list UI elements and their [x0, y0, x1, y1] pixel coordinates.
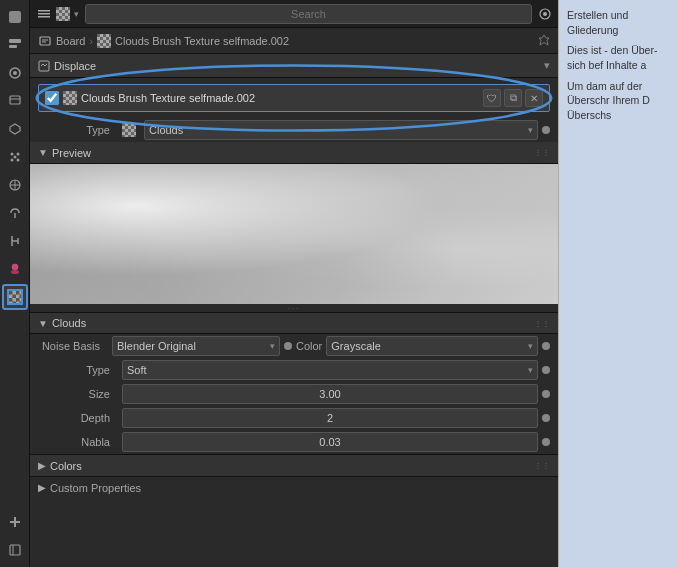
svg-rect-5: [10, 96, 20, 104]
type-keyframe-dot: [542, 126, 550, 134]
type-checker-icon: [122, 123, 136, 137]
texture-checker-icon: [7, 289, 23, 305]
breadcrumb-part2[interactable]: Clouds Brush Texture selfmade.002: [115, 35, 289, 47]
color-dot: [542, 342, 550, 350]
texture-close-btn[interactable]: ✕: [525, 89, 543, 107]
colors-header[interactable]: ▶ Colors ⋮⋮: [30, 454, 558, 476]
type-prop-row: Type Clouds ▾: [30, 118, 558, 142]
clouds-section-header[interactable]: ▼ Clouds ⋮⋮: [30, 312, 558, 334]
right-panel-p3: Um dam auf der Überschr Ihrem D Überschs: [567, 79, 670, 123]
menu-icon[interactable]: [36, 6, 52, 22]
svg-point-27: [543, 12, 547, 16]
displace-header[interactable]: Displace ▾: [30, 54, 558, 78]
preview-collapse-arrow: ▼: [38, 147, 48, 158]
texture-row-checker: [63, 91, 77, 105]
type-dropdown[interactable]: Clouds ▾: [144, 120, 538, 140]
svg-point-4: [13, 71, 17, 75]
settings-icon[interactable]: [538, 7, 552, 21]
displace-dropdown[interactable]: ▾: [544, 59, 550, 72]
right-panel: Erstellen und Gliederung Dies ist - den …: [558, 0, 678, 567]
texture-copy-btn[interactable]: ⧉: [504, 89, 522, 107]
custom-props-label: Custom Properties: [50, 482, 141, 494]
noise-basis-label: Noise Basis: [38, 340, 108, 352]
clouds-label: Clouds: [52, 317, 86, 329]
pin-icon[interactable]: [538, 34, 550, 48]
soft-type-value: Soft: [127, 364, 147, 376]
displace-icon: [38, 60, 50, 72]
svg-point-10: [10, 159, 13, 162]
sidebar-icon-tools[interactable]: [2, 32, 28, 58]
type-dropdown-arrow: ▾: [528, 125, 533, 135]
noise-basis-col: Noise Basis Blender Original ▾: [38, 336, 292, 356]
svg-rect-2: [9, 45, 17, 48]
search-input[interactable]: [85, 4, 532, 24]
colors-dots: ⋮⋮: [534, 461, 550, 470]
svg-rect-25: [38, 16, 50, 18]
svg-rect-23: [38, 10, 50, 12]
type-value: Clouds: [149, 124, 183, 136]
depth-value: 2: [327, 412, 333, 424]
sidebar-icon-scene[interactable]: [2, 60, 28, 86]
sidebar-icon-world[interactable]: [2, 88, 28, 114]
type-label: Type: [38, 124, 118, 136]
noise-basis-arrow: ▾: [270, 341, 275, 351]
sidebar-icon-object[interactable]: [2, 116, 28, 142]
dropdown-arrow-header[interactable]: ▾: [74, 9, 79, 19]
svg-rect-28: [40, 37, 50, 45]
custom-properties-row[interactable]: ▶ Custom Properties: [30, 476, 558, 498]
sidebar-icon-bottom2[interactable]: [2, 537, 28, 563]
color-dropdown[interactable]: Grayscale ▾: [326, 336, 538, 356]
texture-row[interactable]: Clouds Brush Texture selfmade.002 🛡 ⧉ ✕: [38, 84, 550, 112]
svg-point-11: [16, 159, 19, 162]
breadcrumb-checker: [97, 34, 111, 48]
svg-rect-1: [9, 39, 21, 43]
nabla-value-field[interactable]: 0.03: [122, 432, 538, 452]
preview-area: [30, 164, 558, 304]
noise-basis-dot: [284, 342, 292, 350]
left-sidebar: [0, 0, 30, 567]
color-col: Color Grayscale ▾: [296, 336, 550, 356]
texture-checkbox[interactable]: [45, 91, 59, 105]
svg-point-18: [11, 270, 19, 274]
breadcrumb-part1[interactable]: Board: [56, 35, 85, 47]
nabla-value: 0.03: [319, 436, 340, 448]
svg-point-8: [10, 153, 13, 156]
color-dropdown-arrow: ▾: [528, 341, 533, 351]
svg-marker-7: [10, 124, 20, 134]
sidebar-icon-constraint[interactable]: [2, 200, 28, 226]
sidebar-icon-material[interactable]: [2, 256, 28, 282]
texture-name: Clouds Brush Texture selfmade.002: [81, 92, 479, 104]
svg-rect-31: [39, 61, 49, 71]
sidebar-icon-texture[interactable]: [2, 284, 28, 310]
preview-resize-handle[interactable]: ···: [30, 304, 558, 312]
texture-shield-btn[interactable]: 🛡: [483, 89, 501, 107]
preview-dots: ⋮⋮: [534, 148, 550, 157]
sidebar-icon-particles[interactable]: [2, 144, 28, 170]
soft-type-row: Type Soft ▾: [30, 358, 558, 382]
size-value: 3.00: [319, 388, 340, 400]
breadcrumb: Board › Clouds Brush Texture selfmade.00…: [30, 28, 558, 54]
size-value-field[interactable]: 3.00: [122, 384, 538, 404]
color-label: Color: [296, 340, 322, 352]
soft-type-dot: [542, 366, 550, 374]
depth-dot: [542, 414, 550, 422]
soft-type-dropdown[interactable]: Soft ▾: [122, 360, 538, 380]
soft-type-label: Type: [38, 364, 118, 376]
texture-row-container: Clouds Brush Texture selfmade.002 🛡 ⧉ ✕: [34, 81, 554, 115]
noise-basis-value: Blender Original: [117, 340, 196, 352]
soft-type-arrow: ▾: [528, 365, 533, 375]
cloud-preview-image: [30, 164, 558, 304]
sidebar-icon-top[interactable]: [2, 4, 28, 30]
preview-label: Preview: [52, 147, 91, 159]
size-row: Size 3.00: [30, 382, 558, 406]
preview-header[interactable]: ▼ Preview ⋮⋮: [30, 142, 558, 164]
colors-arrow: ▶: [38, 460, 46, 471]
noise-basis-dropdown[interactable]: Blender Original ▾: [112, 336, 280, 356]
sidebar-icon-physics[interactable]: [2, 172, 28, 198]
nabla-label: Nabla: [38, 436, 118, 448]
noise-color-row: Noise Basis Blender Original ▾ Color Gra…: [30, 334, 558, 358]
depth-value-field[interactable]: 2: [122, 408, 538, 428]
sidebar-icon-add[interactable]: [2, 509, 28, 535]
breadcrumb-sep: ›: [89, 35, 93, 47]
sidebar-icon-modifier[interactable]: [2, 228, 28, 254]
